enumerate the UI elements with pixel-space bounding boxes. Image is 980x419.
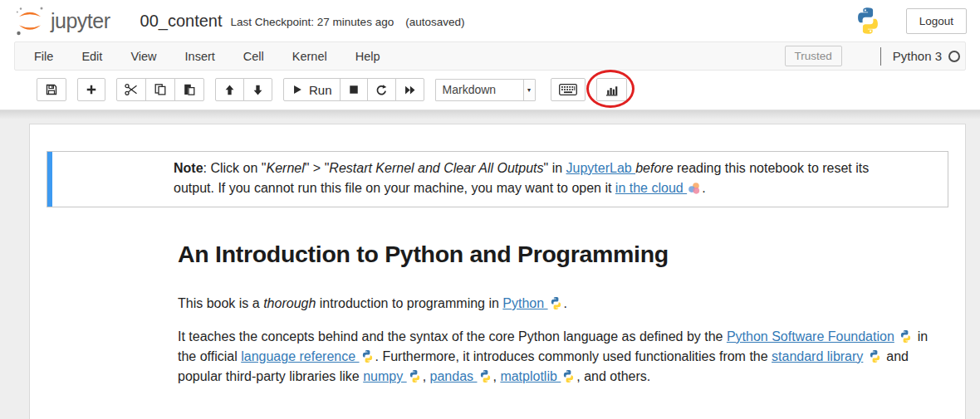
python-icon <box>899 329 913 343</box>
stop-icon <box>348 84 360 95</box>
text-segment: It teaches the concepts behind and the s… <box>178 329 727 343</box>
link-python[interactable]: Python <box>502 296 547 310</box>
link-in-the-cloud[interactable]: in the cloud <box>615 181 687 195</box>
details-paragraph: It teaches the concepts behind and the s… <box>178 327 932 387</box>
python-logo-icon <box>853 6 883 36</box>
text-segment: " > " <box>305 161 330 175</box>
select-arrow-icon: ▾ <box>523 80 535 100</box>
link-standard-library[interactable]: standard library <box>772 349 863 363</box>
add-cell-button[interactable] <box>77 78 105 101</box>
python-icon <box>868 349 882 363</box>
text-segment: . <box>702 181 705 195</box>
kernel-idle-icon <box>948 51 960 62</box>
note-callout: Note: Click on "Kernel" > "Restart Kerne… <box>47 151 948 207</box>
menubar: File Edit View Insert Cell Kernel Help T… <box>14 41 966 71</box>
page-title: An Introduction to Python and Programmin… <box>178 241 932 268</box>
paste-icon <box>183 83 196 96</box>
text-segment: " in <box>544 161 566 175</box>
link-numpy[interactable]: numpy <box>363 369 406 383</box>
arrow-up-icon <box>223 84 236 96</box>
python-icon <box>561 369 576 383</box>
menu-file[interactable]: File <box>20 42 67 70</box>
kernel-name: Python 3 <box>893 49 942 63</box>
text-segment: before <box>635 161 673 175</box>
link-matplotlib[interactable]: matplotlib <box>500 369 561 383</box>
cloud-binder-icon <box>688 182 701 195</box>
trusted-badge[interactable]: Trusted <box>785 46 842 66</box>
menu-insert[interactable]: Insert <box>171 42 229 70</box>
save-icon <box>45 83 58 96</box>
link-pandas[interactable]: pandas <box>430 369 478 383</box>
copy-cell-button[interactable] <box>145 78 175 101</box>
notebook-workspace: Note: Click on "Kernel" > "Restart Kerne… <box>0 110 980 419</box>
python-icon <box>478 369 492 383</box>
save-button[interactable] <box>37 78 66 101</box>
autosave-status: (autosaved) <box>405 16 464 28</box>
run-cell-button[interactable]: Run <box>283 78 341 101</box>
notebook-page: Note: Click on "Kernel" > "Restart Kerne… <box>29 124 966 419</box>
menu-help[interactable]: Help <box>341 42 394 70</box>
run-button-label: Run <box>309 83 332 97</box>
python-icon <box>360 349 375 363</box>
text-segment <box>863 349 866 363</box>
move-cell-up-button[interactable] <box>215 78 244 101</box>
restart-run-all-button[interactable] <box>395 78 424 101</box>
text-segment: . <box>564 296 567 310</box>
interrupt-kernel-button[interactable] <box>340 78 368 101</box>
menu-cell[interactable]: Cell <box>229 42 278 70</box>
text-segment: This book is a <box>178 296 263 310</box>
python-icon <box>549 296 563 310</box>
text-segment: thorough <box>263 296 316 310</box>
scissors-icon <box>125 83 138 96</box>
bar-chart-icon <box>605 83 619 97</box>
text-segment <box>894 329 898 343</box>
menubar-divider <box>880 47 881 66</box>
jupyter-logo[interactable]: jupyter <box>13 4 110 37</box>
menu-kernel[interactable]: Kernel <box>278 42 341 70</box>
notebook-toolbar: Run Markdown ▾ <box>0 71 980 110</box>
link-language-reference[interactable]: language reference <box>241 349 359 363</box>
text-segment: : Click on " <box>203 161 267 175</box>
menu-edit[interactable]: Edit <box>67 42 116 70</box>
link-python-software-foundation[interactable]: Python Software Foundation <box>727 329 894 343</box>
move-cell-down-button[interactable] <box>243 78 272 101</box>
paste-cell-button[interactable] <box>174 78 204 101</box>
notebook-header: jupyter 00_content Last Checkpoint: 27 m… <box>0 0 980 41</box>
markdown-cell[interactable]: Note: Click on "Kernel" > "Restart Kerne… <box>30 151 965 412</box>
logout-button[interactable]: Logout <box>906 8 967 34</box>
notebook-title[interactable]: 00_content <box>140 12 223 31</box>
text-segment: introduction to programming in <box>316 296 502 310</box>
text-segment: , and others. <box>576 369 650 383</box>
chart-tool-button[interactable] <box>596 78 627 101</box>
text-segment: , <box>423 369 430 383</box>
keyboard-icon <box>559 84 577 95</box>
text-segment: Note <box>174 161 203 175</box>
link-jupyterlab[interactable]: JupyterLab <box>566 161 636 175</box>
copy-icon <box>154 83 167 96</box>
note-accent-bar <box>47 152 52 207</box>
play-icon <box>292 84 303 95</box>
cut-cell-button[interactable] <box>116 78 146 101</box>
jupyter-logo-text: jupyter <box>51 9 110 33</box>
restart-kernel-button[interactable] <box>367 78 396 101</box>
cell-type-select[interactable]: Markdown ▾ <box>435 79 536 101</box>
command-palette-button[interactable] <box>551 78 586 101</box>
note-text: Note: Click on "Kernel" > "Restart Kerne… <box>174 158 911 198</box>
fast-forward-icon <box>404 84 416 96</box>
text-segment: Restart Kernel and Clear All Outputs <box>329 161 543 175</box>
text-segment: Kernel <box>266 161 304 175</box>
menu-view[interactable]: View <box>116 42 170 70</box>
python-icon <box>408 369 422 383</box>
menubar-container: File Edit View Insert Cell Kernel Help T… <box>0 41 980 71</box>
plus-icon <box>86 84 97 95</box>
restart-icon <box>375 84 388 96</box>
text-segment: . Furthermore, it introduces commonly us… <box>375 349 772 363</box>
jupyter-logo-icon <box>13 4 47 37</box>
cell-type-value: Markdown <box>436 83 523 96</box>
arrow-down-icon <box>252 84 264 96</box>
checkpoint-status: Last Checkpoint: 27 minutes ago <box>231 16 394 28</box>
intro-paragraph: This book is a thorough introduction to … <box>178 294 932 314</box>
